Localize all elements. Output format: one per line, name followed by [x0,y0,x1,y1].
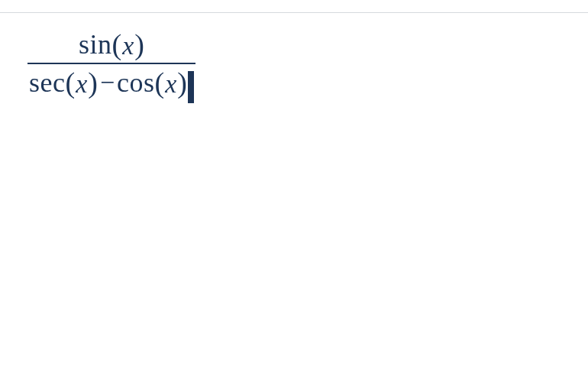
close-paren: ) [177,66,187,99]
open-paren: ( [155,66,165,99]
fraction: sin(x) sec(x)−cos(x) [27,29,195,105]
variable-x: x [75,70,88,98]
close-paren: ) [134,28,144,60]
text-cursor [188,71,194,103]
math-input-area[interactable]: sin(x) sec(x)−cos(x) [27,29,561,358]
close-paren: ) [88,66,98,99]
denominator: sec(x)−cos(x) [27,63,195,105]
fn-cos: cos [117,67,155,98]
open-paren: ( [112,28,122,60]
variable-x: x [164,70,177,98]
fn-sec: sec [29,67,65,98]
numerator: sin(x) [27,29,195,63]
open-paren: ( [65,66,75,99]
top-divider [0,12,588,13]
minus-operator: − [98,68,117,96]
variable-x: x [121,31,134,60]
fn-sin: sin [79,29,112,60]
